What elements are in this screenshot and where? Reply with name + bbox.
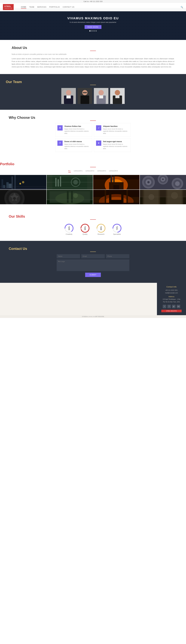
footer-content: Contact Info +00 111 2222 333 | mail@exa…: [0, 283, 186, 315]
why-text-2: Itaque rerum rerum fici lorem a sapiente…: [103, 128, 129, 134]
svg-rect-71: [71, 190, 73, 203]
team-img-4: [110, 88, 125, 104]
email-input[interactable]: [81, 254, 105, 258]
search-icon[interactable]: 🔍: [181, 6, 183, 8]
googleplus-icon[interactable]: g+: [172, 305, 175, 308]
why-text-1: Itaque rerum rerum fici lorem a sapiente…: [64, 128, 90, 134]
skill-label-quality: Quality: [80, 233, 90, 235]
portfolio-grid: [0, 175, 186, 204]
submit-button[interactable]: SUBMIT: [85, 273, 101, 277]
team-img-2: [78, 88, 92, 104]
portfolio-item-1[interactable]: [0, 175, 46, 190]
why-section: Why Choose Us ⚙ Vivamus finibus lias Ita…: [0, 110, 186, 158]
portfolio-item-5[interactable]: [0, 190, 46, 204]
skills-section: Our Skills 64% Creativity 95% Quality: [0, 208, 186, 241]
name-input[interactable]: [57, 254, 80, 258]
svg-point-24: [19, 183, 21, 184]
svg-point-51: [147, 181, 149, 183]
svg-rect-83: [110, 200, 122, 204]
skill-circle-quality: 95%: [80, 223, 90, 233]
svg-rect-70: [67, 190, 69, 203]
contact-info-title: Contact Info: [161, 286, 182, 288]
svg-point-69: [55, 193, 84, 204]
tab-cat4[interactable]: CATEGORY4: [109, 170, 118, 172]
phone-input[interactable]: [106, 254, 129, 258]
skill-circle-creativity: 64%: [64, 223, 74, 233]
why-title-4: Sed augue eget massa: [103, 140, 129, 142]
svg-rect-21: [0, 188, 46, 190]
nav-team[interactable]: Team: [29, 6, 34, 9]
header: Call Us: +00 111 2222 333 STEEL INDUSTIO…: [0, 0, 186, 11]
why-content-4: Sed augue eget massa Itaque rerum rerum …: [103, 140, 129, 150]
nav-home[interactable]: Home: [21, 6, 26, 9]
why-text-4: Itaque rerum rerum fici lorem a sapiente…: [103, 143, 129, 150]
why-text-3: Itaque rerum rerum fici lorem a sapiente…: [64, 143, 90, 150]
hero-cta-button[interactable]: Read More: [85, 25, 101, 29]
svg-rect-46: [113, 185, 119, 190]
portfolio-item-2[interactable]: [47, 175, 93, 190]
svg-rect-80: [105, 190, 106, 204]
message-input[interactable]: [57, 260, 129, 271]
facebook-icon[interactable]: f: [167, 305, 171, 308]
why-card-2: ✓ Aliquam faucibus Itaque rerum rerum fi…: [94, 123, 131, 136]
svg-point-58: [175, 181, 179, 186]
dot-3[interactable]: [93, 30, 95, 32]
why-card-4: ♥ Sed augue eget massa Itaque rerum reru…: [94, 138, 131, 152]
tab-cat2[interactable]: CATEGORY2: [85, 170, 94, 172]
why-content-3: Donec et nibh massa Itaque rerum rerum f…: [64, 140, 90, 150]
skill-creativity: 64% Creativity: [64, 223, 74, 235]
team-img-3: [94, 88, 108, 104]
logo-line1: STEEL: [4, 5, 12, 8]
nav-services[interactable]: Services: [37, 6, 46, 9]
svg-point-64: [13, 197, 16, 200]
footer-right: Contact Info +00 111 2222 333 | mail@exa…: [157, 283, 186, 315]
nav-contact[interactable]: Contact Us: [63, 6, 75, 9]
footer-brand[interactable]: STEEL INDUSTIO: [161, 310, 182, 312]
about-title: About Us: [12, 46, 174, 50]
dot-2[interactable]: [91, 30, 93, 32]
tab-all[interactable]: ALL: [68, 170, 71, 172]
check-icon: ✓: [96, 125, 101, 130]
why-title-1: Vivamus finibus lias: [64, 125, 90, 127]
logo[interactable]: STEEL INDUSTIO: [3, 4, 14, 10]
svg-text:72%: 72%: [116, 226, 118, 230]
portfolio-item-8[interactable]: [140, 190, 186, 204]
portfolio-title: Portfolio: [0, 162, 186, 166]
team-card-1: [61, 88, 76, 104]
about-section: About Us Nulla at dolor at ipsum convall…: [0, 40, 186, 74]
portfolio-item-4[interactable]: [140, 175, 186, 190]
heart-icon: ♥: [96, 140, 101, 146]
svg-rect-23: [15, 175, 16, 190]
portfolio-item-6[interactable]: [47, 190, 93, 204]
logo-line2: INDUSTIO: [4, 8, 12, 9]
team-section: Our Team: [0, 74, 186, 110]
svg-rect-22: [12, 176, 13, 190]
header-nav: STEEL INDUSTIO Home Team Services Portfo…: [0, 3, 186, 11]
svg-point-9: [99, 90, 104, 95]
about-divider: [90, 51, 96, 51]
portfolio-item-3[interactable]: [93, 175, 139, 190]
tab-cat1[interactable]: CATEGORY1: [74, 170, 83, 172]
portfolio-section: Portfolio ALL CATEGORY1 CATEGORY2 CATEGO…: [0, 158, 186, 208]
hero-dots: [89, 30, 97, 32]
skill-specialists: 72% Specialists: [112, 223, 122, 235]
svg-point-13: [115, 90, 120, 95]
footer-left: [0, 283, 157, 315]
tab-cat3[interactable]: CATEGORY3: [97, 170, 106, 172]
team-title: Our Team: [6, 80, 180, 84]
social-icons: t f g+ rss: [161, 305, 182, 308]
skill-quality: 95% Quality: [80, 223, 90, 235]
footer-address: 115 April Tembleque · 1 Sto Per Re De Ma…: [161, 298, 182, 303]
rss-icon[interactable]: rss: [177, 305, 180, 308]
contact-form: SUBMIT: [57, 254, 129, 277]
portfolio-item-7[interactable]: [93, 190, 139, 204]
svg-rect-6: [81, 96, 89, 104]
svg-text:95%: 95%: [84, 226, 86, 230]
portfolio-tabs: ALL CATEGORY1 CATEGORY2 CATEGORY3 CATEGO…: [0, 170, 186, 172]
skill-circle-specialists: 72%: [112, 223, 122, 233]
dot-1[interactable]: [89, 30, 91, 32]
nav-portfolio[interactable]: Portfolio: [49, 6, 60, 9]
dot-4[interactable]: [95, 30, 97, 32]
skills-title: Our Skills: [9, 214, 177, 218]
twitter-icon[interactable]: t: [163, 305, 166, 308]
